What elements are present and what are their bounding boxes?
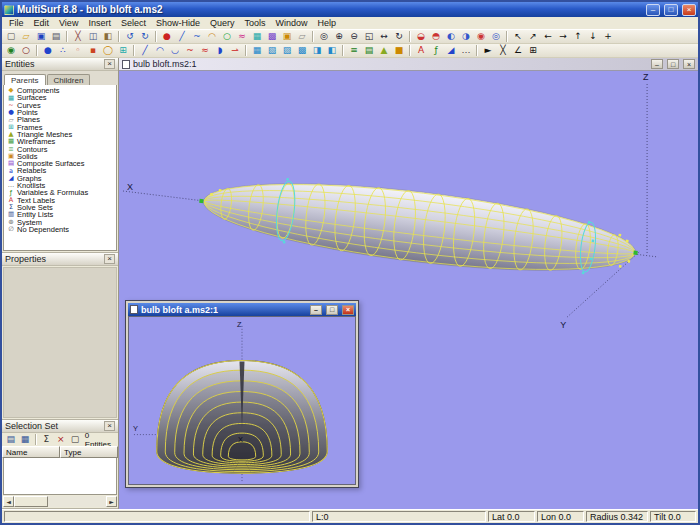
maximize-button[interactable]: □ [664, 4, 678, 16]
control-point[interactable] [592, 240, 595, 243]
menu-help[interactable]: Help [313, 17, 342, 29]
tab-children[interactable]: Children [47, 74, 91, 85]
scroll-left-icon[interactable]: ◄ [3, 496, 14, 507]
knotlist-entity-icon[interactable]: … [459, 45, 473, 57]
menu-window[interactable]: Window [270, 17, 312, 29]
save-file-icon[interactable]: ▣ [34, 31, 48, 43]
view-front-icon[interactable]: ◉ [474, 31, 488, 43]
ccurve-entity-icon[interactable]: ≈ [198, 45, 212, 57]
clear-selection-icon[interactable]: × [54, 434, 67, 446]
selection-set-list[interactable] [3, 458, 117, 495]
entities-tree-item-no-dependents[interactable]: ∅No Dependents [4, 226, 116, 233]
close-entities-panel-icon[interactable]: × [104, 59, 115, 69]
control-point[interactable] [627, 260, 630, 263]
control-point[interactable] [199, 199, 203, 203]
center-view-icon[interactable]: + [601, 31, 615, 43]
scrollbar-thumb[interactable] [14, 496, 48, 507]
float-restore-button[interactable]: □ [326, 305, 338, 315]
floating-window[interactable]: bulb bloft a.ms2:1 – □ × [125, 300, 359, 488]
select-tool-icon[interactable]: ► [481, 45, 495, 57]
mesh-tool-icon[interactable]: ▩ [265, 31, 279, 43]
menu-query[interactable]: Query [205, 17, 240, 29]
cut-icon[interactable]: ╳ [71, 31, 85, 43]
trimesh-entity-icon[interactable]: ▲ [377, 45, 391, 57]
blend-surface-icon[interactable]: ▩ [295, 45, 309, 57]
control-point[interactable] [633, 251, 637, 255]
menu-tools[interactable]: Tools [239, 17, 270, 29]
move-up-icon[interactable]: ↑ [571, 31, 585, 43]
column-header-type[interactable]: Type [60, 446, 118, 458]
formula-entity-icon[interactable]: ƒ [429, 45, 443, 57]
move-right-icon[interactable]: → [556, 31, 570, 43]
rotate-view-icon[interactable]: ↻ [392, 31, 406, 43]
spline-tool-icon[interactable]: ≈ [235, 31, 249, 43]
child-minimize-button[interactable]: – [651, 59, 663, 69]
grid-toggle-icon[interactable]: ⊞ [526, 45, 540, 57]
perspective-view[interactable]: X Z Y [119, 71, 698, 509]
close-properties-panel-icon[interactable]: × [104, 254, 115, 264]
swept-surface-icon[interactable]: ◨ [310, 45, 324, 57]
pan-view-icon[interactable]: ↔ [377, 31, 391, 43]
move-left-icon[interactable]: ← [541, 31, 555, 43]
conic-entity-icon[interactable]: ◡ [168, 45, 182, 57]
scrollbar-track[interactable] [14, 496, 106, 507]
arc-entity-icon[interactable]: ◠ [153, 45, 167, 57]
move-down-icon[interactable]: ↓ [586, 31, 600, 43]
bulb-model[interactable] [195, 166, 641, 288]
control-point[interactable] [619, 265, 622, 268]
wireframe-entity-icon[interactable]: ▤ [362, 45, 376, 57]
column-header-name[interactable]: Name [2, 446, 60, 458]
child-restore-button[interactable]: □ [667, 59, 679, 69]
projected-curve-icon[interactable]: ⇀ [228, 45, 242, 57]
revolution-surface-icon[interactable]: ▨ [280, 45, 294, 57]
surface-tool-icon[interactable]: ▦ [250, 31, 264, 43]
menu-view[interactable]: View [54, 17, 83, 29]
contours-entity-icon[interactable]: ≡ [347, 45, 361, 57]
close-selection-set-panel-icon[interactable]: × [104, 421, 115, 431]
selection-sum-icon[interactable]: Σ [40, 434, 53, 446]
arc-tool-icon[interactable]: ◠ [205, 31, 219, 43]
ring-entity-icon[interactable]: ◯ [101, 45, 115, 57]
surface-entity-icon[interactable]: ▦ [250, 45, 264, 57]
circle-tool-icon[interactable]: ○ [220, 31, 234, 43]
minimize-button[interactable]: – [646, 4, 660, 16]
line-entity-icon[interactable]: ╱ [138, 45, 152, 57]
scroll-right-icon[interactable]: ► [106, 496, 117, 507]
control-point[interactable] [618, 234, 621, 237]
patch-surface-icon[interactable]: ◧ [325, 45, 339, 57]
ruled-surface-icon[interactable]: ▧ [265, 45, 279, 57]
tab-parents[interactable]: Parents [4, 74, 46, 85]
control-point[interactable] [286, 178, 289, 181]
measure-tool-icon[interactable]: ∠ [511, 45, 525, 57]
magnet-entity-icon[interactable]: ▪ [86, 45, 100, 57]
selection-grid-icon[interactable]: ▦ [18, 434, 31, 446]
bead-entity-icon[interactable]: ◦ [71, 45, 85, 57]
redo-icon[interactable]: ↻ [138, 31, 152, 43]
selection-list-icon[interactable]: ▤ [4, 434, 17, 446]
zoom-out-icon[interactable]: ⊖ [347, 31, 361, 43]
floating-window-titlebar[interactable]: bulb bloft a.ms2:1 – □ × [128, 303, 356, 316]
menu-insert[interactable]: Insert [83, 17, 116, 29]
point-entity-icon[interactable]: ● [41, 45, 55, 57]
menu-file[interactable]: File [4, 17, 29, 29]
control-point[interactable] [590, 257, 593, 260]
front-view-canvas[interactable]: Z Y X [129, 317, 355, 484]
control-point[interactable] [582, 272, 585, 275]
control-point[interactable] [626, 240, 629, 243]
polyline-tool-icon[interactable]: ~ [190, 31, 204, 43]
control-point[interactable] [210, 193, 213, 196]
rotate-left-icon[interactable]: ↖ [511, 31, 525, 43]
child-window-titlebar[interactable]: bulb bloft.ms2:1 – □ × [119, 58, 698, 71]
undo-icon[interactable]: ↺ [123, 31, 137, 43]
child-close-button[interactable]: × [683, 59, 695, 69]
zoom-all-icon[interactable]: ◎ [317, 31, 331, 43]
front-view[interactable]: Z Y X [128, 316, 356, 485]
paste-icon[interactable]: ◧ [101, 31, 115, 43]
zoom-in-icon[interactable]: ⊕ [332, 31, 346, 43]
view-bottom-icon[interactable]: ◓ [429, 31, 443, 43]
control-point[interactable] [283, 241, 286, 244]
window-titlebar[interactable]: MultiSurf 8.8 - bulb bloft a.ms2 – □ × [2, 2, 698, 17]
selection-set-hscrollbar[interactable]: ◄ ► [3, 496, 117, 507]
solid-entity-icon[interactable]: ■ [392, 45, 406, 57]
control-point[interactable] [219, 189, 222, 192]
